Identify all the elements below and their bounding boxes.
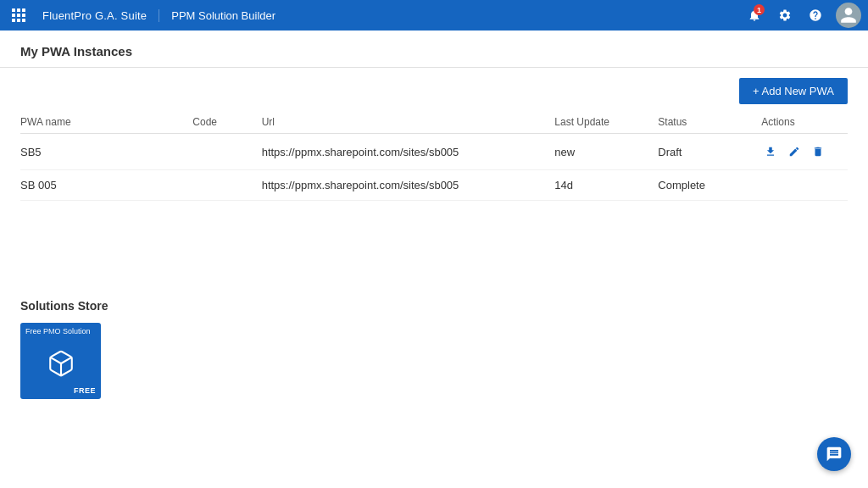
col-header-last-update: Last Update bbox=[554, 111, 658, 134]
cell-code bbox=[192, 134, 261, 170]
col-header-status: Status bbox=[658, 111, 761, 134]
page-content: My PWA Instances + Add New PWA PWA name … bbox=[0, 30, 868, 488]
cell-url: https://ppmx.sharepoint.com/sites/sb005 bbox=[262, 170, 555, 201]
cell-actions bbox=[761, 134, 848, 170]
table-toolbar: + Add New PWA bbox=[0, 68, 868, 111]
cell-actions bbox=[761, 170, 848, 201]
add-new-pwa-button[interactable]: + Add New PWA bbox=[739, 78, 848, 104]
notification-bell-button[interactable]: 1 bbox=[741, 2, 768, 29]
grid-menu-icon[interactable] bbox=[7, 3, 31, 27]
cell-code bbox=[192, 170, 261, 201]
col-header-code: Code bbox=[192, 111, 261, 134]
store-cards-container: Free PMO Solution FREE bbox=[20, 323, 848, 399]
table-row: SB5 https://ppmx.sharepoint.com/sites/sb… bbox=[20, 134, 848, 170]
solutions-store-title: Solutions Store bbox=[20, 299, 848, 313]
col-header-url: Url bbox=[262, 111, 555, 134]
pwa-table: PWA name Code Url Last Update Status bbox=[20, 111, 848, 201]
cell-last-update: 14d bbox=[554, 170, 658, 201]
pwa-table-container: PWA name Code Url Last Update Status bbox=[0, 111, 868, 201]
store-card-free-pmo[interactable]: Free PMO Solution FREE bbox=[20, 323, 101, 399]
store-card-box-icon bbox=[47, 349, 75, 380]
col-header-actions: Actions bbox=[761, 111, 848, 134]
user-avatar[interactable] bbox=[836, 3, 861, 28]
store-card-free-label: FREE bbox=[74, 386, 96, 395]
download-action-icon[interactable] bbox=[761, 142, 780, 161]
nav-actions: 1 bbox=[741, 2, 861, 29]
solutions-store-section: Solutions Store Free PMO Solution FREE bbox=[0, 286, 868, 408]
settings-gear-button[interactable] bbox=[771, 2, 798, 29]
cell-pwa-name: SB 005 bbox=[20, 170, 192, 201]
cell-pwa-name: SB5 bbox=[20, 134, 192, 170]
module-name[interactable]: PPM Solution Builder bbox=[159, 9, 287, 22]
brand-name[interactable]: FluentPro G.A. Suite bbox=[31, 9, 159, 22]
chat-fab-button[interactable] bbox=[817, 437, 851, 471]
cell-url: https://ppmx.sharepoint.com/sites/sb005 bbox=[262, 134, 555, 170]
delete-action-icon[interactable] bbox=[809, 142, 827, 161]
help-button[interactable] bbox=[802, 2, 829, 29]
cell-status: Complete bbox=[658, 170, 761, 201]
store-card-label: Free PMO Solution bbox=[25, 327, 91, 336]
top-navigation: FluentPro G.A. Suite PPM Solution Builde… bbox=[0, 0, 868, 30]
pwa-section-header: My PWA Instances bbox=[0, 30, 868, 68]
cell-status: Draft bbox=[658, 134, 761, 170]
edit-action-icon[interactable] bbox=[785, 142, 804, 161]
notification-badge: 1 bbox=[754, 4, 765, 15]
table-row: SB 005 https://ppmx.sharepoint.com/sites… bbox=[20, 170, 848, 201]
cell-last-update: new bbox=[554, 134, 658, 170]
col-header-name: PWA name bbox=[20, 111, 192, 134]
